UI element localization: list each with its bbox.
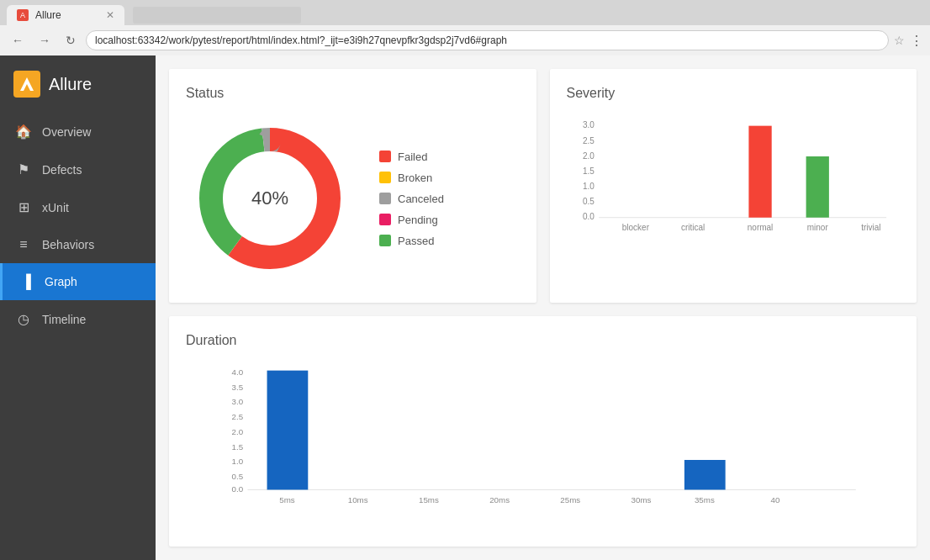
main-content: Status 40%	[156, 55, 930, 560]
status-legend: Failed Broken Canceled Pending	[379, 151, 444, 247]
status-card-title: Status	[186, 86, 520, 101]
legend-item-canceled: Canceled	[379, 193, 444, 205]
legend-item-pending: Pending	[379, 214, 444, 226]
menu-button[interactable]: ⋮	[910, 33, 923, 49]
browser-tab[interactable]: A Allure ✕	[7, 5, 124, 25]
svg-text:normal: normal	[747, 223, 773, 232]
sidebar-item-xunit[interactable]: ⊞ xUnit	[0, 188, 156, 226]
svg-text:1.5: 1.5	[232, 442, 244, 452]
svg-text:3.0: 3.0	[232, 397, 244, 406]
svg-text:blocker: blocker	[621, 223, 649, 232]
severity-bar-minor	[806, 156, 828, 218]
svg-text:25ms: 25ms	[560, 495, 580, 505]
svg-text:1.0: 1.0	[232, 457, 244, 466]
donut-percent-label: 40%	[251, 188, 288, 209]
svg-text:0.0: 0.0	[232, 484, 244, 494]
tab-bar: A Allure ✕	[0, 0, 930, 25]
home-icon: 🏠	[15, 124, 32, 140]
sidebar-label-xunit: xUnit	[42, 201, 69, 214]
bookmark-button[interactable]: ☆	[894, 34, 905, 47]
refresh-button[interactable]: ↻	[61, 32, 81, 49]
severity-bar-normal	[748, 126, 771, 218]
duration-card: Duration 4.0 3.5 3.0 2.5 2.0 1.5 1.0 0.5…	[169, 316, 917, 547]
forward-button[interactable]: →	[34, 32, 55, 49]
sidebar-item-overview[interactable]: 🏠 Overview	[0, 113, 156, 151]
legend-label-pending: Pending	[398, 214, 438, 226]
duration-bar-5ms	[267, 371, 309, 490]
severity-chart-svg: 3.0 2.5 2.0 1.5 1.0 0.5 0.0 blocker	[567, 114, 901, 283]
donut-chart: 40%	[186, 114, 354, 283]
svg-text:1.5: 1.5	[582, 166, 594, 176]
sidebar: Allure 🏠 Overview ⚑ Defects ⊞ xUnit ≡ Be…	[0, 55, 156, 560]
flag-icon: ⚑	[15, 161, 32, 177]
svg-text:40: 40	[771, 495, 780, 505]
sidebar-label-overview: Overview	[42, 125, 91, 139]
url-input[interactable]	[86, 30, 889, 50]
sidebar-item-graph[interactable]: ▐ Graph	[0, 263, 156, 300]
svg-text:4.0: 4.0	[232, 367, 244, 377]
svg-text:0.0: 0.0	[582, 212, 594, 221]
svg-text:0.5: 0.5	[582, 197, 594, 206]
svg-text:2.5: 2.5	[582, 136, 594, 145]
svg-text:15ms: 15ms	[419, 495, 439, 505]
duration-card-title: Duration	[186, 333, 900, 348]
tab-close-button[interactable]: ✕	[106, 9, 114, 21]
broken-dot	[379, 172, 391, 183]
sidebar-label-graph: Graph	[45, 275, 77, 288]
bar-chart-icon: ▐	[18, 274, 34, 289]
app-name: Allure	[49, 75, 92, 94]
svg-text:0.5: 0.5	[232, 472, 244, 481]
svg-text:35ms: 35ms	[695, 495, 715, 505]
tab-title: Allure	[35, 9, 99, 21]
list-icon: ≡	[15, 237, 32, 252]
svg-text:3.0: 3.0	[582, 120, 594, 129]
browser-chrome: A Allure ✕ ← → ↻ ☆ ⋮	[0, 0, 930, 55]
legend-item-passed: Passed	[379, 235, 444, 247]
legend-item-failed: Failed	[379, 151, 444, 163]
status-card: Status 40%	[169, 69, 536, 303]
legend-label-failed: Failed	[398, 151, 427, 163]
svg-text:30ms: 30ms	[631, 495, 652, 505]
svg-text:1.0: 1.0	[582, 182, 594, 191]
svg-text:5ms: 5ms	[279, 495, 295, 505]
svg-text:trivial: trivial	[861, 223, 880, 232]
svg-text:2.5: 2.5	[232, 412, 244, 421]
legend-label-broken: Broken	[398, 172, 432, 184]
duration-chart-svg: 4.0 3.5 3.0 2.5 2.0 1.5 1.0 0.5 0.0 5ms …	[186, 362, 900, 526]
svg-text:20ms: 20ms	[489, 495, 510, 505]
sidebar-item-timeline[interactable]: ◷ Timeline	[0, 300, 156, 338]
back-button[interactable]: ←	[7, 32, 29, 49]
address-bar: ← → ↻ ☆ ⋮	[0, 25, 930, 55]
top-row: Status 40%	[169, 69, 917, 303]
legend-label-canceled: Canceled	[398, 193, 444, 205]
svg-text:2.0: 2.0	[232, 427, 244, 436]
severity-card-title: Severity	[567, 86, 901, 101]
legend-label-passed: Passed	[398, 235, 434, 247]
svg-text:2.0: 2.0	[582, 151, 594, 161]
canceled-dot	[379, 193, 391, 204]
failed-dot	[379, 151, 391, 162]
severity-card: Severity 3.0 2.5 2.0 1.5 1.0 0.5 0.0	[550, 69, 917, 303]
app-container: Allure 🏠 Overview ⚑ Defects ⊞ xUnit ≡ Be…	[0, 55, 930, 560]
sidebar-item-defects[interactable]: ⚑ Defects	[0, 151, 156, 188]
svg-text:10ms: 10ms	[348, 495, 368, 505]
passed-dot	[379, 235, 391, 246]
tab-favicon: A	[17, 9, 29, 21]
allure-logo-icon	[13, 71, 40, 98]
svg-text:3.5: 3.5	[232, 383, 244, 392]
sidebar-label-behaviors: Behaviors	[42, 238, 94, 251]
duration-bar-35ms	[684, 460, 726, 489]
sidebar-label-timeline: Timeline	[42, 313, 86, 326]
legend-item-broken: Broken	[379, 172, 444, 184]
sidebar-item-behaviors[interactable]: ≡ Behaviors	[0, 226, 156, 263]
sidebar-label-defects: Defects	[42, 163, 82, 177]
sidebar-nav: 🏠 Overview ⚑ Defects ⊞ xUnit ≡ Behaviors…	[0, 113, 156, 338]
sidebar-logo: Allure	[0, 55, 156, 113]
pending-dot	[379, 214, 391, 225]
svg-text:minor: minor	[806, 223, 828, 232]
status-content: 40% Failed Broken Canceled	[186, 114, 520, 283]
svg-text:critical: critical	[680, 223, 704, 232]
clock-icon: ◷	[15, 311, 32, 327]
grid-icon: ⊞	[15, 199, 32, 215]
